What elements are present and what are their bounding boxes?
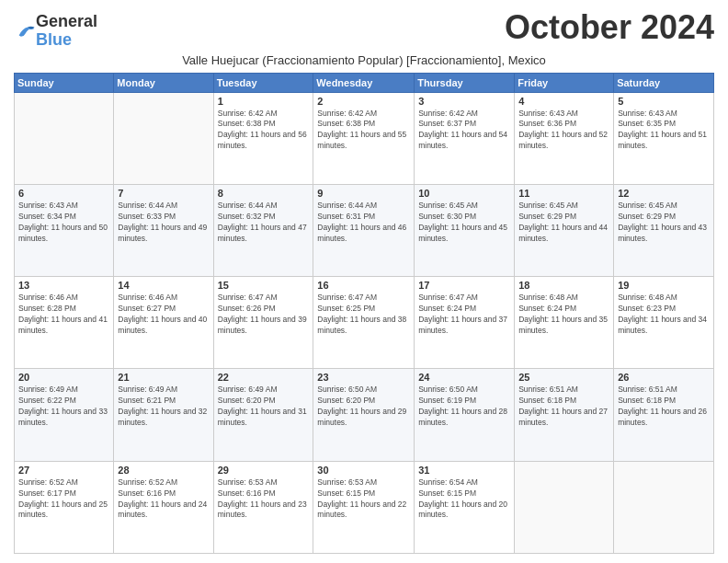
- day-number: 11: [518, 188, 609, 199]
- day-number: 16: [317, 280, 410, 291]
- day-header-saturday: Saturday: [614, 73, 714, 92]
- day-number: 22: [218, 372, 310, 383]
- day-info: Sunrise: 6:51 AMSunset: 6:18 PMDaylight:…: [618, 385, 710, 429]
- day-info: Sunrise: 6:51 AMSunset: 6:18 PMDaylight:…: [518, 385, 609, 429]
- day-info: Sunrise: 6:53 AMSunset: 6:15 PMDaylight:…: [317, 477, 410, 522]
- logo-bird-icon: [16, 23, 36, 40]
- calendar-cell: [114, 92, 213, 184]
- day-number: 30: [317, 465, 410, 476]
- day-number: 29: [218, 465, 310, 476]
- day-info: Sunrise: 6:52 AMSunset: 6:17 PMDaylight:…: [18, 477, 109, 522]
- day-info: Sunrise: 6:49 AMSunset: 6:20 PMDaylight:…: [218, 385, 310, 429]
- day-info: Sunrise: 6:44 AMSunset: 6:31 PMDaylight:…: [317, 201, 410, 245]
- day-number: 8: [218, 188, 310, 199]
- day-info: Sunrise: 6:46 AMSunset: 6:28 PMDaylight:…: [18, 293, 109, 337]
- day-info: Sunrise: 6:42 AMSunset: 6:38 PMDaylight:…: [317, 109, 410, 153]
- day-header-friday: Friday: [515, 73, 614, 92]
- day-number: 3: [418, 96, 510, 107]
- day-info: Sunrise: 6:42 AMSunset: 6:37 PMDaylight:…: [418, 109, 510, 153]
- day-info: Sunrise: 6:45 AMSunset: 6:30 PMDaylight:…: [418, 201, 510, 245]
- day-info: Sunrise: 6:48 AMSunset: 6:24 PMDaylight:…: [518, 293, 609, 337]
- subtitle: Valle Huejucar (Fraccionamiento Popular)…: [14, 53, 714, 67]
- day-number: 17: [418, 280, 510, 291]
- header: General Blue October 2024: [14, 9, 714, 50]
- calendar-week-row: 20Sunrise: 6:49 AMSunset: 6:22 PMDayligh…: [15, 369, 714, 461]
- day-header-sunday: Sunday: [15, 73, 114, 92]
- calendar-week-row: 1Sunrise: 6:42 AMSunset: 6:38 PMDaylight…: [15, 92, 714, 184]
- calendar-cell: 19Sunrise: 6:48 AMSunset: 6:23 PMDayligh…: [614, 277, 714, 369]
- calendar-cell: 18Sunrise: 6:48 AMSunset: 6:24 PMDayligh…: [515, 277, 614, 369]
- day-info: Sunrise: 6:43 AMSunset: 6:35 PMDaylight:…: [618, 109, 710, 153]
- calendar-cell: 22Sunrise: 6:49 AMSunset: 6:20 PMDayligh…: [213, 369, 313, 461]
- day-number: 20: [18, 372, 109, 383]
- calendar-week-row: 27Sunrise: 6:52 AMSunset: 6:17 PMDayligh…: [15, 461, 714, 553]
- calendar-cell: 27Sunrise: 6:52 AMSunset: 6:17 PMDayligh…: [15, 461, 114, 553]
- day-info: Sunrise: 6:50 AMSunset: 6:20 PMDaylight:…: [317, 385, 410, 429]
- day-number: 12: [618, 188, 710, 199]
- day-number: 18: [518, 280, 609, 291]
- day-info: Sunrise: 6:47 AMSunset: 6:24 PMDaylight:…: [418, 293, 510, 337]
- calendar-cell: 31Sunrise: 6:54 AMSunset: 6:15 PMDayligh…: [415, 461, 515, 553]
- calendar-cell: 10Sunrise: 6:45 AMSunset: 6:30 PMDayligh…: [415, 184, 515, 276]
- calendar-cell: [515, 461, 614, 553]
- day-number: 4: [518, 96, 609, 107]
- day-header-wednesday: Wednesday: [313, 73, 415, 92]
- calendar-cell: 20Sunrise: 6:49 AMSunset: 6:22 PMDayligh…: [15, 369, 114, 461]
- calendar-cell: [614, 461, 714, 553]
- day-info: Sunrise: 6:49 AMSunset: 6:21 PMDaylight:…: [118, 385, 209, 429]
- month-title: October 2024: [505, 9, 714, 46]
- calendar-cell: 24Sunrise: 6:50 AMSunset: 6:19 PMDayligh…: [415, 369, 515, 461]
- calendar-cell: 30Sunrise: 6:53 AMSunset: 6:15 PMDayligh…: [313, 461, 415, 553]
- day-info: Sunrise: 6:50 AMSunset: 6:19 PMDaylight:…: [418, 385, 510, 429]
- calendar-table: SundayMondayTuesdayWednesdayThursdayFrid…: [14, 73, 714, 554]
- day-info: Sunrise: 6:42 AMSunset: 6:38 PMDaylight:…: [218, 109, 310, 153]
- calendar-cell: 23Sunrise: 6:50 AMSunset: 6:20 PMDayligh…: [313, 369, 415, 461]
- calendar-cell: 2Sunrise: 6:42 AMSunset: 6:38 PMDaylight…: [313, 92, 415, 184]
- day-number: 5: [618, 96, 710, 107]
- day-number: 15: [218, 280, 310, 291]
- calendar-cell: 17Sunrise: 6:47 AMSunset: 6:24 PMDayligh…: [415, 277, 515, 369]
- day-number: 27: [18, 465, 109, 476]
- day-number: 7: [118, 188, 209, 199]
- logo: General Blue: [14, 13, 97, 50]
- day-info: Sunrise: 6:54 AMSunset: 6:15 PMDaylight:…: [418, 477, 510, 522]
- page: General Blue October 2024 Valle Huejucar…: [0, 0, 728, 563]
- day-info: Sunrise: 6:44 AMSunset: 6:32 PMDaylight:…: [218, 201, 310, 245]
- day-number: 2: [317, 96, 410, 107]
- day-info: Sunrise: 6:46 AMSunset: 6:27 PMDaylight:…: [118, 293, 209, 337]
- calendar-cell: 9Sunrise: 6:44 AMSunset: 6:31 PMDaylight…: [313, 184, 415, 276]
- logo-blue-text: Blue: [36, 30, 72, 49]
- calendar-cell: 5Sunrise: 6:43 AMSunset: 6:35 PMDaylight…: [614, 92, 714, 184]
- day-info: Sunrise: 6:43 AMSunset: 6:36 PMDaylight:…: [518, 109, 609, 153]
- calendar-cell: 21Sunrise: 6:49 AMSunset: 6:21 PMDayligh…: [114, 369, 213, 461]
- calendar-cell: 3Sunrise: 6:42 AMSunset: 6:37 PMDaylight…: [415, 92, 515, 184]
- day-number: 9: [317, 188, 410, 199]
- day-info: Sunrise: 6:49 AMSunset: 6:22 PMDaylight:…: [18, 385, 109, 429]
- calendar-week-row: 6Sunrise: 6:43 AMSunset: 6:34 PMDaylight…: [15, 184, 714, 276]
- calendar-header-row: SundayMondayTuesdayWednesdayThursdayFrid…: [15, 73, 714, 92]
- calendar-cell: 25Sunrise: 6:51 AMSunset: 6:18 PMDayligh…: [515, 369, 614, 461]
- calendar-cell: 6Sunrise: 6:43 AMSunset: 6:34 PMDaylight…: [15, 184, 114, 276]
- day-info: Sunrise: 6:45 AMSunset: 6:29 PMDaylight:…: [518, 201, 609, 245]
- calendar-cell: 16Sunrise: 6:47 AMSunset: 6:25 PMDayligh…: [313, 277, 415, 369]
- day-info: Sunrise: 6:48 AMSunset: 6:23 PMDaylight:…: [618, 293, 710, 337]
- day-info: Sunrise: 6:47 AMSunset: 6:26 PMDaylight:…: [218, 293, 310, 337]
- day-number: 31: [418, 465, 510, 476]
- day-info: Sunrise: 6:47 AMSunset: 6:25 PMDaylight:…: [317, 293, 410, 337]
- calendar-cell: 12Sunrise: 6:45 AMSunset: 6:29 PMDayligh…: [614, 184, 714, 276]
- calendar-cell: [15, 92, 114, 184]
- day-number: 10: [418, 188, 510, 199]
- calendar-cell: 11Sunrise: 6:45 AMSunset: 6:29 PMDayligh…: [515, 184, 614, 276]
- day-number: 6: [18, 188, 109, 199]
- day-number: 26: [618, 372, 710, 383]
- day-info: Sunrise: 6:53 AMSunset: 6:16 PMDaylight:…: [218, 477, 310, 522]
- day-header-monday: Monday: [114, 73, 213, 92]
- calendar-cell: 29Sunrise: 6:53 AMSunset: 6:16 PMDayligh…: [213, 461, 313, 553]
- day-number: 25: [518, 372, 609, 383]
- calendar-cell: 28Sunrise: 6:52 AMSunset: 6:16 PMDayligh…: [114, 461, 213, 553]
- calendar-cell: 4Sunrise: 6:43 AMSunset: 6:36 PMDaylight…: [515, 92, 614, 184]
- logo-general-text: General: [36, 12, 97, 30]
- day-header-thursday: Thursday: [415, 73, 515, 92]
- day-number: 28: [118, 465, 209, 476]
- calendar-cell: 26Sunrise: 6:51 AMSunset: 6:18 PMDayligh…: [614, 369, 714, 461]
